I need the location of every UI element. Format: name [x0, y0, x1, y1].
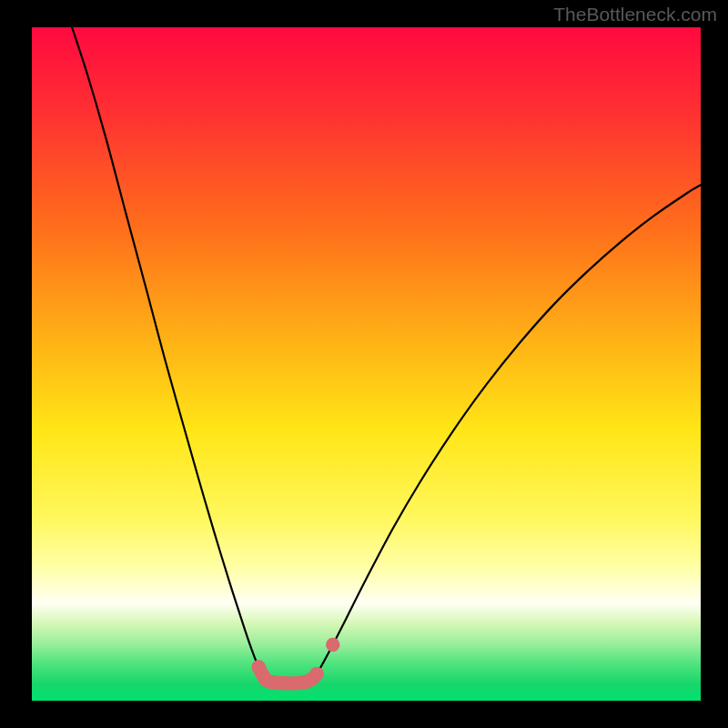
chart-stage: TheBottleneck.com [0, 0, 728, 728]
marker-dot [251, 660, 265, 673]
marker-dot [326, 638, 339, 652]
plot-area [32, 27, 701, 701]
marker-dot [267, 675, 280, 689]
marker-dot [309, 667, 323, 681]
watermark-text: TheBottleneck.com [553, 4, 717, 25]
bottleneck-chart [0, 0, 728, 728]
